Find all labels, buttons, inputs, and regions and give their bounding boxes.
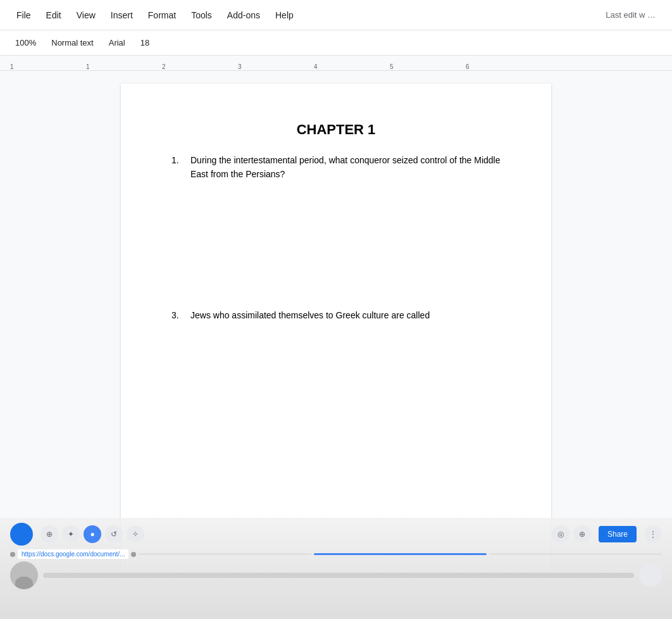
bottom-progress-bar xyxy=(43,573,634,578)
share-button[interactable]: Share xyxy=(599,526,637,542)
toolbar-size[interactable]: 18 xyxy=(135,35,154,50)
filter-line-2 xyxy=(314,553,487,555)
question-list: 1. During the intertestamental period, w… xyxy=(171,153,501,322)
bottom-icon-5[interactable]: ✧ xyxy=(127,525,144,543)
last-edit-label: Last edit w … xyxy=(599,6,662,23)
filter-line-3 xyxy=(489,553,662,555)
toolbar: 100% Normal text Arial 18 xyxy=(0,30,672,56)
question-text-3: Jews who assimilated themselves to Greek… xyxy=(190,308,501,322)
bottom-icon-2[interactable]: ✦ xyxy=(62,525,80,543)
ruler: 1 1 2 3 4 5 6 xyxy=(0,56,672,71)
ruler-mark-1: 1 xyxy=(86,63,90,70)
bottom-icon-3-active[interactable]: ● xyxy=(84,525,101,543)
menu-edit[interactable]: Edit xyxy=(40,6,68,24)
menu-addons[interactable]: Add-ons xyxy=(221,6,266,24)
question-num-1: 1. xyxy=(171,153,190,296)
menu-insert[interactable]: Insert xyxy=(104,6,139,24)
bottom-avatar-blue xyxy=(10,523,33,546)
menu-tools[interactable]: Tools xyxy=(185,6,218,24)
document-area: CHAPTER 1 1. During the intertestamental… xyxy=(0,71,672,587)
bottom-icons-group-right: ◎ ⊕ xyxy=(552,525,591,543)
document-page: CHAPTER 1 1. During the intertestamental… xyxy=(121,84,551,575)
question-num-3: 3. xyxy=(171,308,190,322)
bottom-bar: ⊕ ✦ ● ↺ ✧ ◎ ⊕ Share ⋮ https://docs.googl… xyxy=(0,518,672,619)
filter-dot-2 xyxy=(131,552,136,557)
menu-file[interactable]: File xyxy=(10,6,37,24)
bottom-icon-menu[interactable]: ⋮ xyxy=(644,525,662,543)
bottom-row-2: https://docs.google.com/document/... xyxy=(10,549,662,559)
ruler-mark-0: 1 xyxy=(10,63,14,70)
bottom-icon-r1[interactable]: ◎ xyxy=(552,525,569,543)
menu-format[interactable]: Format xyxy=(142,6,182,24)
bottom-row-1: ⊕ ✦ ● ↺ ✧ ◎ ⊕ Share ⋮ xyxy=(10,523,662,546)
menu-help[interactable]: Help xyxy=(269,6,300,24)
ruler-mark-6: 6 xyxy=(466,63,470,70)
toolbar-style[interactable]: Normal text xyxy=(46,35,98,50)
ruler-mark-2: 2 xyxy=(162,63,166,70)
bottom-icon-1[interactable]: ⊕ xyxy=(40,525,58,543)
ruler-mark-4: 4 xyxy=(314,63,318,70)
bottom-row-3 xyxy=(10,563,662,588)
question-item-3: 3. Jews who assimilated themselves to Gr… xyxy=(171,308,501,322)
question-text-1: During the intertestamental period, what… xyxy=(190,153,501,182)
filter-line-1 xyxy=(139,553,311,555)
toolbar-zoom[interactable]: 100% xyxy=(10,35,41,50)
bottom-small-avatar xyxy=(10,561,38,589)
bottom-icon-r2[interactable]: ⊕ xyxy=(573,525,591,543)
bottom-icon-4[interactable]: ↺ xyxy=(105,525,123,543)
filter-dot-1 xyxy=(10,552,15,557)
chapter-title: CHAPTER 1 xyxy=(171,122,501,138)
bottom-circle-icon xyxy=(639,564,662,587)
ruler-mark-5: 5 xyxy=(390,63,394,70)
toolbar-font[interactable]: Arial xyxy=(104,35,130,50)
ruler-mark-3: 3 xyxy=(238,63,242,70)
bottom-icons-group: ⊕ ✦ ● ↺ ✧ xyxy=(40,525,144,543)
bottom-url[interactable]: https://docs.google.com/document/... xyxy=(18,549,128,559)
menu-bar: File Edit View Insert Format Tools Add-o… xyxy=(0,0,672,30)
question-item-1: 1. During the intertestamental period, w… xyxy=(171,153,501,296)
menu-view[interactable]: View xyxy=(70,6,102,24)
